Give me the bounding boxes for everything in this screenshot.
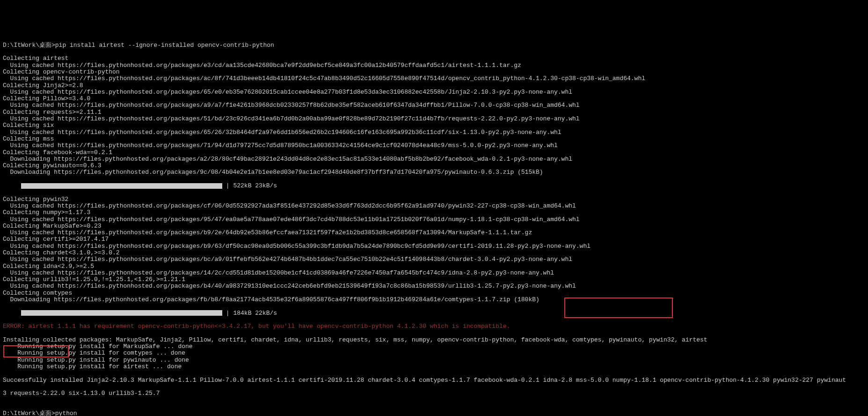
output-line: Running setup.py install for MarkupSafe … bbox=[3, 343, 865, 350]
output-line: Running setup.py install for airtest ...… bbox=[3, 364, 865, 370]
prompt-line-2: D:\ItWork\桌面>python bbox=[3, 410, 865, 416]
output-line: Installing collected packages: MarkupSaf… bbox=[3, 337, 865, 343]
success-pre: Successfully installed Jinja2-2.10.3 Mar… bbox=[3, 377, 653, 384]
output-line: Collecting certifi>=2017.4.17 bbox=[3, 236, 865, 243]
output-line: Collecting numpy>=1.17.3 bbox=[3, 209, 865, 216]
output-line: Using cached https://files.pythonhosted.… bbox=[3, 230, 865, 236]
output-line: Collecting pywin32 bbox=[3, 196, 865, 203]
output-line: Collecting MarkupSafe>=0.23 bbox=[3, 223, 865, 230]
progress-line-1: | 522kB 23kB/s bbox=[3, 183, 865, 189]
output-line: Using cached https://files.pythonhosted.… bbox=[3, 116, 865, 122]
output-line: Using cached https://files.pythonhosted.… bbox=[3, 270, 865, 276]
output-line: Running setup.py install for comtypes ..… bbox=[3, 350, 865, 357]
progress-text: | 522kB 23kB/s bbox=[226, 182, 277, 189]
output-line: Collecting Pillow>=3.4.0 bbox=[3, 96, 865, 102]
output-line: Using cached https://files.pythonhosted.… bbox=[3, 62, 865, 69]
output-line: Using cached https://files.pythonhosted.… bbox=[3, 75, 865, 82]
output-line: Using cached https://files.pythonhosted.… bbox=[3, 129, 865, 136]
output-line: Using cached https://files.pythonhosted.… bbox=[3, 89, 865, 96]
output-line: Collecting Jinja2>=2.8 bbox=[3, 82, 865, 89]
output-line: Collecting facebook-wda==0.2.1 bbox=[3, 149, 865, 156]
output-line: Using cached https://files.pythonhosted.… bbox=[3, 283, 865, 290]
output-line: Collecting six bbox=[3, 122, 865, 129]
output-line: Using cached https://files.pythonhosted.… bbox=[3, 203, 865, 209]
output-line: Collecting pywinauto==0.6.3 bbox=[3, 163, 865, 169]
output-line: Collecting urllib3!=1.25.0,!=1.25.1,<1.2… bbox=[3, 276, 865, 283]
terminal-output[interactable]: D:\ItWork\桌面>pip install airtest --ignor… bbox=[0, 33, 868, 416]
output-line: Collecting comtypes bbox=[3, 290, 865, 297]
progress-text: | 184kB 22kB/s bbox=[226, 310, 277, 317]
pip-error-line: ERROR: airtest 1.1.1 has requirement ope… bbox=[3, 323, 865, 330]
output-line: Collecting chardet<3.1.0,>=3.0.2 bbox=[3, 250, 865, 256]
success-post: pywin32-227 pywinaut bbox=[769, 377, 846, 384]
output-line: Using cached https://files.pythonhosted.… bbox=[3, 102, 865, 109]
output-line: Collecting mss bbox=[3, 136, 865, 142]
output-line: Downloading https://files.pythonhosted.o… bbox=[3, 297, 865, 303]
output-line: Using cached https://files.pythonhosted.… bbox=[3, 243, 865, 250]
success-highlight: 1 opencv-contrib-python-4.1.2.30 bbox=[653, 377, 770, 384]
prompt-line: D:\ItWork\桌面>pip install airtest --ignor… bbox=[3, 42, 865, 49]
progress-line-2: | 184kB 22kB/s bbox=[3, 310, 865, 317]
success-line-2: 3 requests-2.22.0 six-1.13.0 urllib3-1.2… bbox=[3, 390, 865, 397]
output-line: Using cached https://files.pythonhosted.… bbox=[3, 216, 865, 223]
output-line: Downloading https://files.pythonhosted.o… bbox=[3, 156, 865, 163]
output-line: Collecting opencv-contrib-python bbox=[3, 69, 865, 75]
output-line: Using cached https://files.pythonhosted.… bbox=[3, 256, 865, 263]
output-line: Collecting airtest bbox=[3, 55, 865, 62]
output-line: Collecting idna<2.9,>=2.5 bbox=[3, 263, 865, 270]
success-line: Successfully installed Jinja2-2.10.3 Mar… bbox=[3, 377, 865, 384]
output-line: Downloading https://files.pythonhosted.o… bbox=[3, 169, 865, 176]
output-line: Using cached https://files.pythonhosted.… bbox=[3, 142, 865, 149]
output-line: Running setup.py install for pywinauto .… bbox=[3, 357, 865, 364]
output-line: Collecting requests>=2.11.1 bbox=[3, 109, 865, 116]
